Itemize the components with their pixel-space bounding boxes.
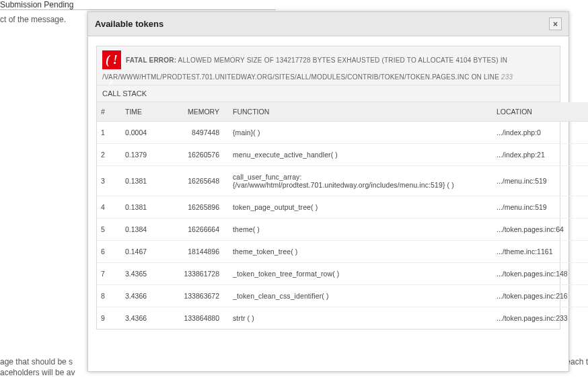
table-row: 50.138416266664theme( ).../token.pages.i…: [97, 219, 588, 241]
cell-num: 6: [97, 241, 121, 263]
cell-num: 8: [97, 285, 121, 307]
cell-function: strtr ( ): [229, 307, 492, 330]
table-row: 40.138116265896token_page_output_tree( )…: [97, 196, 588, 219]
close-button[interactable]: ×: [549, 17, 562, 30]
cell-time: 3.4366: [121, 307, 167, 330]
col-header-time: TIME: [121, 102, 167, 122]
cell-memory: 16265648: [167, 166, 229, 196]
cell-time: 3.4366: [121, 285, 167, 307]
cell-function: {main}( ): [229, 122, 492, 144]
cell-time: 3.4365: [121, 263, 167, 285]
cell-location: .../token.pages.inc:216: [492, 285, 588, 307]
cell-location: .../menu.inc:519: [492, 196, 588, 219]
table-row: 30.138116265648call_user_func_array: {/v…: [97, 166, 588, 196]
call-stack-table: # TIME MEMORY FUNCTION LOCATION 10.00048…: [97, 102, 588, 329]
cell-memory: 16260576: [167, 144, 229, 166]
modal-header: Available tokens ×: [88, 12, 568, 36]
cell-memory: 8497448: [167, 122, 229, 144]
cell-function: theme( ): [229, 219, 492, 241]
cell-memory: 133864880: [167, 307, 229, 330]
cell-num: 4: [97, 196, 121, 219]
cell-function: token_page_output_tree( ): [229, 196, 492, 219]
error-icon: ( ! ): [102, 50, 121, 69]
table-row: 20.137916260576menu_execute_active_handl…: [97, 144, 588, 166]
cell-memory: 18144896: [167, 241, 229, 263]
divider: [0, 9, 276, 10]
cell-location: .../token.pages.inc:148: [492, 263, 588, 285]
cell-location: .../menu.inc:519: [492, 166, 588, 196]
cell-num: 5: [97, 219, 121, 241]
error-line-number: 233: [501, 73, 513, 81]
table-row: 83.4366133863672_token_clean_css_identif…: [97, 285, 588, 307]
cell-memory: 133861728: [167, 263, 229, 285]
error-message: FATAL ERROR: ALLOWED MEMORY SIZE OF 1342…: [102, 56, 554, 81]
col-header-memory: MEMORY: [167, 102, 229, 122]
table-row: 93.4366133864880strtr ( ).../token.pages…: [97, 307, 588, 330]
cell-num: 2: [97, 144, 121, 166]
cell-memory: 16266664: [167, 219, 229, 241]
cell-time: 0.1381: [121, 196, 167, 219]
cell-function: _token_token_tree_format_row( ): [229, 263, 492, 285]
table-row: 60.146718144896theme_token_tree( ).../th…: [97, 241, 588, 263]
page-help-text: ct of the message.: [0, 15, 66, 24]
cell-memory: 133863672: [167, 285, 229, 307]
col-header-location: LOCATION: [492, 102, 588, 122]
cell-num: 3: [97, 166, 121, 196]
col-header-function: FUNCTION: [229, 102, 492, 122]
footer-line-2: aceholders will be av: [0, 368, 75, 377]
error-header: ( ! ) FATAL ERROR: ALLOWED MEMORY SIZE O…: [97, 46, 560, 85]
table-row: 73.4365133861728_token_token_tree_format…: [97, 263, 588, 285]
page-field-label: Submission Pending: [0, 0, 73, 9]
error-body: ALLOWED MEMORY SIZE OF 134217728 BYTES E…: [176, 56, 507, 64]
cell-function: menu_execute_active_handler( ): [229, 144, 492, 166]
error-path-line: /VAR/WWW/HTML/PRODTEST.701.UNITEDWAY.ORG…: [102, 73, 554, 81]
available-tokens-modal: Available tokens × ( ! ) FATAL ERROR: AL…: [87, 11, 569, 372]
cell-location: .../token.pages.inc:64: [492, 219, 588, 241]
cell-time: 0.1381: [121, 166, 167, 196]
error-prefix: FATAL ERROR:: [126, 56, 176, 64]
call-stack-caption: CALL STACK: [97, 85, 560, 102]
cell-location: .../theme.inc:1161: [492, 241, 588, 263]
cell-function: _token_clean_css_identifier( ): [229, 285, 492, 307]
cell-time: 0.0004: [121, 122, 167, 144]
table-header-row: # TIME MEMORY FUNCTION LOCATION: [97, 102, 588, 122]
cell-time: 0.1384: [121, 219, 167, 241]
cell-location: .../index.php:21: [492, 144, 588, 166]
error-path: /VAR/WWW/HTML/PRODTEST.701.UNITEDWAY.ORG…: [102, 73, 470, 81]
footer-line-1: age that should be s: [0, 357, 73, 366]
cell-location: .../index.php:0: [492, 122, 588, 144]
cell-location: .../token.pages.inc:233: [492, 307, 588, 330]
table-row: 10.00048497448{main}( ).../index.php:0: [97, 122, 588, 144]
modal-body: ( ! ) FATAL ERROR: ALLOWED MEMORY SIZE O…: [88, 36, 568, 339]
cell-time: 0.1379: [121, 144, 167, 166]
cell-num: 1: [97, 122, 121, 144]
page-footer-text: age that should be s aceholders will be …: [0, 356, 75, 378]
cell-num: 9: [97, 307, 121, 330]
error-online: ON LINE: [470, 73, 501, 81]
cell-num: 7: [97, 263, 121, 285]
modal-title: Available tokens: [95, 19, 163, 29]
error-panel: ( ! ) FATAL ERROR: ALLOWED MEMORY SIZE O…: [96, 46, 560, 330]
close-icon: ×: [553, 20, 558, 29]
cell-function: call_user_func_array: {/var/www/html/pro…: [229, 166, 492, 196]
col-header-num: #: [97, 102, 121, 122]
cell-function: theme_token_tree( ): [229, 241, 492, 263]
cell-memory: 16265896: [167, 196, 229, 219]
cell-time: 0.1467: [121, 241, 167, 263]
